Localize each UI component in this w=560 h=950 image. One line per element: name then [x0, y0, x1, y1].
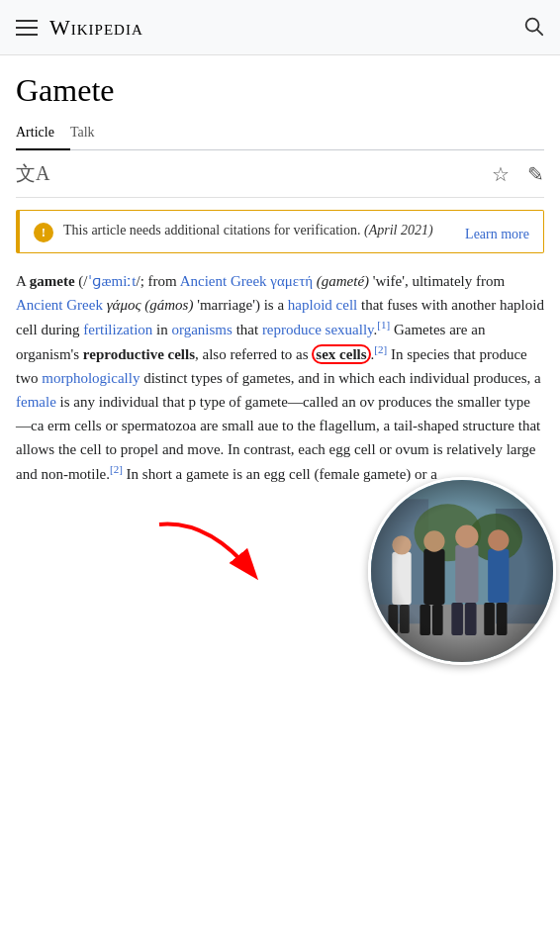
header-logo: Wikipedia — [16, 15, 143, 41]
article-title: Gamete — [16, 71, 544, 109]
sex-cells-circled: sex cells — [312, 344, 370, 364]
notice-box: This article needs additional citations … — [16, 210, 544, 253]
article-toolbar: 文A ☆ ✎ — [16, 150, 544, 198]
page-content: Gamete Article Talk 文A ☆ ✎ This article … — [0, 55, 560, 486]
tabs-bar: Article Talk — [16, 117, 544, 150]
arrow-annotation — [149, 515, 268, 594]
phonetic-link[interactable]: ˈɡæmiːt — [88, 273, 137, 289]
ancient-greek-1-link[interactable]: Ancient Greek γαμετή — [180, 273, 313, 289]
haploid-cell-link[interactable]: haploid cell — [288, 297, 357, 313]
hamburger-menu-icon[interactable] — [16, 20, 38, 36]
article-body: A gamete (/ˈɡæmiːt/; from Ancient Greek … — [16, 269, 544, 486]
toolbar-left: 文A — [16, 160, 49, 187]
sex-cells-bold: sex cells — [316, 346, 366, 362]
language-icon[interactable]: 文A — [16, 160, 49, 187]
wikipedia-logo-text: Wikipedia — [49, 15, 143, 41]
photo-inner — [371, 480, 553, 662]
citation-1[interactable]: [1] — [377, 319, 390, 331]
gamete-bold: gamete — [30, 273, 75, 289]
bookmark-icon[interactable]: ☆ — [492, 162, 510, 186]
svg-line-1 — [537, 30, 542, 35]
people-svg — [371, 480, 553, 662]
svg-point-25 — [371, 480, 553, 662]
reproduce-sexually-link[interactable]: reproduce sexually — [262, 322, 374, 337]
citation-2[interactable]: [2] — [374, 343, 387, 355]
header: Wikipedia — [0, 0, 560, 55]
article-paragraph-1: A gamete (/ˈɡæmiːt/; from Ancient Greek … — [16, 269, 544, 486]
photo-overlay — [368, 477, 556, 665]
morphologically-link[interactable]: morphologically — [42, 370, 140, 386]
toolbar-right: ☆ ✎ — [492, 162, 544, 186]
notice-text: This article needs additional citations … — [63, 221, 455, 240]
reproductive-cells-bold: reproductive cells — [83, 346, 195, 362]
tab-talk[interactable]: Talk — [70, 117, 111, 150]
ancient-greek-2-link[interactable]: Ancient Greek — [16, 297, 103, 313]
learn-more-link[interactable]: Learn more — [465, 227, 529, 242]
warning-icon — [34, 223, 53, 242]
organisms-link[interactable]: organisms — [171, 322, 232, 337]
edit-icon[interactable]: ✎ — [527, 162, 544, 186]
search-icon[interactable] — [522, 15, 544, 41]
female-link[interactable]: female — [16, 394, 56, 410]
tab-article[interactable]: Article — [16, 117, 70, 150]
fertilization-link[interactable]: fertilization — [83, 322, 152, 337]
citation-2b[interactable]: [2] — [110, 463, 123, 475]
